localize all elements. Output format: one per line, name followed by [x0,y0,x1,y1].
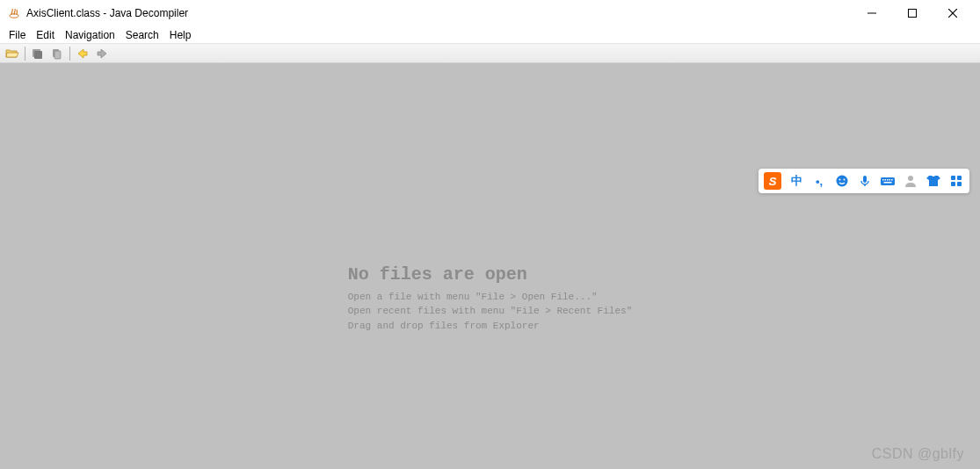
svg-rect-18 [889,179,891,181]
svg-rect-2 [909,10,917,18]
open-file-icon[interactable] [4,46,21,61]
empty-state-hint: Open a file with menu "File > Open File.… [348,290,632,305]
empty-state: No files are open Open a file with menu … [348,264,632,334]
ime-lang-icon[interactable]: 中 [788,173,804,189]
empty-state-hint: Open recent files with menu "File > Rece… [348,304,632,319]
svg-rect-19 [891,179,893,181]
svg-point-10 [839,179,841,181]
svg-rect-22 [951,176,955,180]
empty-state-hint: Drag and drop files from Explorer [348,319,632,334]
ime-skin-icon[interactable] [926,173,941,189]
menu-edit[interactable]: Edit [31,27,60,43]
toolbar-separator [25,47,25,61]
app-icon [7,6,21,20]
app-window: AxisClient.class - Java Decompiler File … [0,0,980,469]
ime-person-icon[interactable] [903,173,918,189]
ime-toolbar[interactable]: S 中 •, [759,169,969,193]
window-title: AxisClient.class - Java Decompiler [26,7,188,19]
ime-mic-icon[interactable] [857,173,873,189]
svg-rect-14 [881,177,895,185]
copy-icon[interactable] [48,46,66,61]
close-button[interactable] [933,0,973,26]
content-area: No files are open Open a file with menu … [0,63,980,469]
svg-rect-23 [957,176,962,180]
svg-point-11 [844,179,846,181]
toolbar [0,44,980,63]
svg-rect-25 [957,182,962,186]
watermark: CSDN @gblfy [872,446,964,462]
svg-point-21 [908,176,913,181]
svg-rect-8 [54,51,61,59]
back-icon[interactable] [74,46,91,61]
forward-icon[interactable] [93,46,111,61]
titlebar: AxisClient.class - Java Decompiler [0,0,980,26]
minimize-button[interactable] [852,0,892,26]
svg-rect-15 [882,179,884,181]
maximize-button[interactable] [892,0,933,26]
ime-emoji-icon[interactable] [834,173,850,189]
menu-search[interactable]: Search [120,27,164,43]
svg-rect-12 [863,176,867,183]
ime-grid-icon[interactable] [948,173,964,189]
toolbar-separator [69,47,70,61]
svg-rect-6 [34,51,42,59]
svg-rect-24 [951,182,955,186]
ime-logo-icon[interactable]: S [764,172,781,190]
svg-point-9 [837,176,848,187]
ime-keyboard-icon[interactable] [880,173,896,189]
menubar: File Edit Navigation Search Help [0,26,980,44]
save-all-icon[interactable] [29,46,47,61]
svg-rect-17 [887,179,889,181]
svg-rect-16 [885,179,887,181]
menu-help[interactable]: Help [164,27,197,43]
ime-punct-icon[interactable]: •, [811,173,827,189]
svg-rect-20 [884,182,892,184]
menu-file[interactable]: File [4,27,31,43]
empty-state-title: No files are open [348,264,632,285]
menu-navigation[interactable]: Navigation [60,27,120,43]
